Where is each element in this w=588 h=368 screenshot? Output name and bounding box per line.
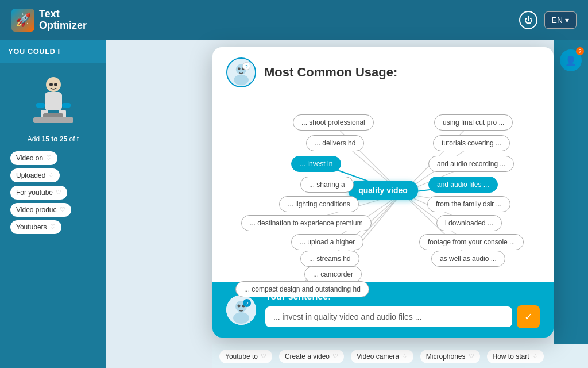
lang-label: EN xyxy=(552,16,563,25)
logo-text-top: Text xyxy=(39,8,60,20)
right-area: 👤 ? xyxy=(106,40,588,368)
chip-video-on[interactable]: Video on♡ xyxy=(10,151,57,165)
power-button[interactable]: ⏻ xyxy=(519,11,537,29)
sidebar-chips: Video on♡ Uploaded♡ For youtube♡ Video p… xyxy=(6,147,100,238)
sidebar-header: YOU COULD I xyxy=(0,40,106,63)
logo-icon: 🚀 xyxy=(11,9,34,32)
svg-point-13 xyxy=(238,67,241,70)
node-downloaded[interactable]: i downloaded ... xyxy=(436,215,502,231)
logo-text-bot: Optimizer xyxy=(39,20,87,31)
avatar[interactable]: 👤 ? xyxy=(560,49,582,71)
node-final-cut-pro[interactable]: using final cut pro ... xyxy=(434,114,513,131)
right-sidebar: 👤 ? xyxy=(554,40,588,368)
svg-point-8 xyxy=(54,83,57,86)
sidebar-content: Add 15 to 25 of t Video on♡ Uploaded♡ Fo… xyxy=(0,63,106,244)
modal: ? Most Common Usage: xyxy=(212,47,554,338)
node-delivers-hd[interactable]: ... delivers hd xyxy=(306,135,364,151)
person-illustration xyxy=(30,74,76,126)
node-audio-recording[interactable]: and audio recording ... xyxy=(428,156,514,172)
chip-video-camera[interactable]: Video camera♡ xyxy=(351,350,413,363)
sidebar: YOU COULD I A xyxy=(0,40,106,368)
svg-point-12 xyxy=(234,74,249,85)
node-lighting-conditions[interactable]: ... lighting conditions xyxy=(279,196,359,212)
node-streams-hd[interactable]: ... streams hd xyxy=(300,251,359,267)
node-family-dslr[interactable]: from the family dslr ... xyxy=(427,196,510,212)
svg-rect-4 xyxy=(36,103,45,108)
language-button[interactable]: EN ▾ xyxy=(544,12,577,29)
chip-microphones[interactable]: Microphones♡ xyxy=(420,350,480,363)
chip-youtubers[interactable]: Youtubers♡ xyxy=(10,220,61,234)
chip-video-produc[interactable]: Video produc♡ xyxy=(10,203,71,217)
node-footage-console[interactable]: footage from your console ... xyxy=(419,234,524,250)
svg-point-7 xyxy=(49,83,53,86)
node-upload-higher[interactable]: ... upload a higher xyxy=(291,234,363,250)
center-node[interactable]: quality video xyxy=(348,181,418,200)
main-area: YOU COULD I A xyxy=(0,40,588,368)
chip-youtube-to[interactable]: Youtube to♡ xyxy=(219,350,272,363)
footer-input-row: ✓ xyxy=(265,305,540,328)
svg-rect-9 xyxy=(33,117,74,123)
logo-text: Text Optimizer xyxy=(39,9,87,32)
svg-point-0 xyxy=(46,77,61,92)
sidebar-header-label: YOU COULD I xyxy=(8,47,60,56)
svg-text:?: ? xyxy=(245,63,248,69)
svg-text:?: ? xyxy=(245,301,248,306)
svg-rect-5 xyxy=(62,103,71,108)
modal-avatar-svg: ? xyxy=(227,57,255,87)
badge: ? xyxy=(576,47,584,55)
sidebar-illustration xyxy=(6,68,100,132)
chevron-down-icon: ▾ xyxy=(565,16,569,25)
confirm-button[interactable]: ✓ xyxy=(517,305,540,328)
chip-for-youtube[interactable]: For youtube♡ xyxy=(10,186,67,200)
header: 🚀 Text Optimizer ⏻ EN ▾ xyxy=(0,0,588,40)
chip-create-video[interactable]: Create a video♡ xyxy=(279,350,344,363)
svg-point-37 xyxy=(233,312,249,324)
bottom-chips: Youtube to♡ Create a video♡ Video camera… xyxy=(212,344,588,368)
footer-avatar: ? xyxy=(226,295,256,325)
node-tutorials-covering[interactable]: tutorials covering ... xyxy=(433,135,510,151)
svg-rect-1 xyxy=(45,92,62,110)
node-shoot-professional[interactable]: ... shoot professional xyxy=(293,114,374,131)
sentence-input[interactable] xyxy=(265,306,512,327)
header-right: ⏻ EN ▾ xyxy=(519,11,577,29)
node-invest-in[interactable]: ... invest in xyxy=(291,156,341,172)
modal-header: ? Most Common Usage: xyxy=(212,47,554,98)
modal-avatar: ? xyxy=(226,57,256,87)
chip-uploaded[interactable]: Uploaded♡ xyxy=(10,168,60,182)
modal-title: Most Common Usage: xyxy=(264,65,397,80)
node-audio-files[interactable]: and audio files ... xyxy=(428,177,498,193)
footer-avatar-svg: ? xyxy=(226,295,256,325)
node-sharing-a[interactable]: ... sharing a xyxy=(300,177,354,193)
node-as-well-as-audio[interactable]: as well as audio ... xyxy=(431,251,505,267)
add-text: Add 15 to 25 of t xyxy=(6,132,100,147)
chip-how-to-start[interactable]: How to start♡ xyxy=(487,350,544,363)
node-camcorder[interactable]: ... camcorder xyxy=(304,266,362,282)
logo: 🚀 Text Optimizer xyxy=(11,9,87,32)
modal-overlay: ? Most Common Usage: xyxy=(212,40,554,344)
node-compact-design[interactable]: ... compact design and outstanding hd xyxy=(235,281,369,297)
mindmap-area: quality video ... shoot professional ...… xyxy=(212,98,554,282)
svg-point-38 xyxy=(238,304,241,307)
node-destination[interactable]: ... destination to experience premium xyxy=(241,215,372,231)
